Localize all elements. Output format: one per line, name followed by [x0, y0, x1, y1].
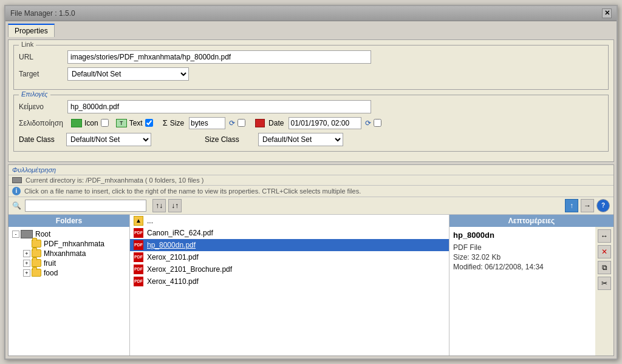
- size-group: Σ Size ⟳: [163, 117, 245, 129]
- details-modified: Modified: 06/12/2008, 14:34: [453, 263, 592, 271]
- icon-image: [71, 119, 82, 127]
- details-area: hp_8000dn PDF File Size: 32.02 Kb Modifi…: [449, 227, 595, 356]
- sort-az-button[interactable]: ↑↓: [152, 199, 166, 212]
- list-item-up[interactable]: ▲ ...: [130, 215, 449, 227]
- date-class-row: Date Class Default/Not Set Size Class De…: [19, 133, 603, 146]
- icon-checkbox[interactable]: [101, 119, 109, 127]
- target-select[interactable]: Default/Not Set _blank _self: [67, 67, 189, 81]
- size-label: Size: [170, 119, 184, 127]
- file-list-panel: ▲ ... PDF Canon_iRC_624.pdf PDF hp_8000d…: [130, 215, 449, 356]
- upload-button[interactable]: ↑: [565, 199, 578, 212]
- window-title: File Manager : 1.5.0: [10, 9, 75, 18]
- pdf-icon-canon: PDF: [134, 228, 143, 238]
- size-checkbox[interactable]: [238, 119, 245, 127]
- current-dir-text: Current directory is: /PDF_mhxanhmata ( …: [26, 177, 203, 184]
- upload-icon: ↑: [570, 201, 573, 210]
- info-bar: Current directory is: /PDF_mhxanhmata ( …: [9, 175, 613, 186]
- drive-icon: [12, 177, 22, 183]
- help-button[interactable]: ?: [596, 199, 610, 212]
- navigate-button[interactable]: →: [581, 199, 594, 212]
- list-item-xerox2101[interactable]: PDF Xerox_2101.pdf: [130, 251, 449, 263]
- sort-za-button[interactable]: ↓↑: [168, 199, 182, 212]
- tree-item-food[interactable]: + food: [11, 268, 127, 278]
- url-label: URL: [19, 53, 67, 61]
- date-class-label: Date Class: [19, 135, 61, 144]
- text-checkbox-group: T Text: [116, 119, 153, 127]
- pdf-icon-xerox4110: PDF: [134, 277, 143, 286]
- browser-legend: Φυλλομέτρηση: [9, 165, 613, 175]
- details-copy-button[interactable]: ⧉: [598, 261, 611, 274]
- details-delete-button[interactable]: ✕: [598, 245, 611, 258]
- tab-properties[interactable]: Properties: [8, 24, 55, 37]
- size-class-select[interactable]: Default/Not Set: [258, 133, 343, 146]
- list-item-hp[interactable]: PDF hp_8000dn.pdf: [130, 239, 449, 251]
- properties-panel: Link URL Target Default/Not Set _blank _…: [8, 39, 614, 162]
- sigma-icon: Σ: [163, 118, 168, 127]
- folder-panel: Folders - Root PDF_mhxanhmata: [9, 215, 130, 356]
- tree-area: - Root PDF_mhxanhmata + Mhxanh: [9, 227, 129, 356]
- details-panel: Λεπτομέρειες hp_8000dn PDF File Size: 32…: [449, 215, 613, 356]
- list-item-xerox4110[interactable]: PDF Xerox_4110.pdf: [130, 275, 449, 288]
- target-row: Target Default/Not Set _blank _self: [19, 67, 603, 81]
- pdf-icon-xerox2101b: PDF: [134, 265, 143, 274]
- tree-toggle-food[interactable]: +: [23, 269, 30, 277]
- tree-toggle-mhx[interactable]: +: [23, 250, 30, 257]
- folder-icon-fruit: [32, 259, 41, 267]
- details-filename: hp_8000dn: [453, 231, 592, 240]
- folder-icon-mhx: [32, 249, 41, 257]
- search-input[interactable]: [25, 200, 146, 212]
- tree-item-fruit[interactable]: + fruit: [11, 258, 127, 268]
- file-name-xerox4110: Xerox_4110.pdf: [147, 277, 199, 286]
- link-group: Link URL Target Default/Not Set _blank _…: [13, 45, 609, 90]
- window-body: Properties Link URL Target Default/Not S…: [5, 21, 617, 359]
- tree-item-root[interactable]: - Root: [11, 229, 127, 239]
- tree-label-root: Root: [35, 230, 50, 238]
- folders-header: Folders: [9, 215, 129, 227]
- file-name-xerox2101b: Xerox_2101_Brochure.pdf: [147, 265, 232, 274]
- size-refresh-icon[interactable]: ⟳: [229, 119, 235, 127]
- date-refresh-icon[interactable]: ⟳: [365, 119, 371, 127]
- tree-item-pdf[interactable]: PDF_mhxanhmata: [11, 239, 127, 249]
- tip-bar: i Click on a file name to insert, click …: [9, 186, 613, 197]
- text-input[interactable]: [67, 100, 371, 113]
- folder-icon-pdf: [32, 240, 41, 248]
- tree-toggle-root[interactable]: -: [12, 231, 19, 238]
- tree-label-fruit: fruit: [44, 259, 56, 268]
- info-icon: i: [12, 187, 21, 195]
- tree-toggle-fruit[interactable]: +: [23, 260, 30, 267]
- tab-bar: Properties: [8, 24, 614, 37]
- details-header: Λεπτομέρειες: [449, 215, 613, 227]
- tree-item-mhx[interactable]: + Mhxanhmata: [11, 249, 127, 258]
- size-input[interactable]: [189, 117, 225, 129]
- target-label: Target: [19, 70, 67, 78]
- date-checkbox[interactable]: [374, 119, 381, 127]
- text-icon: T: [116, 119, 127, 127]
- tree-label-mhx: Mhxanhmata: [44, 249, 86, 258]
- details-resize-button[interactable]: ↔: [598, 229, 611, 243]
- pdf-icon-xerox2101: PDF: [134, 252, 143, 262]
- options-legend: Επιλογές: [19, 90, 50, 98]
- url-row: URL: [19, 50, 603, 64]
- list-item-canon[interactable]: PDF Canon_iRC_624.pdf: [130, 227, 449, 239]
- size-class-label: Size Class: [205, 135, 253, 144]
- file-name-canon: Canon_iRC_624.pdf: [147, 229, 213, 237]
- pagination-row: Σελιδοποίηση Icon T Text: [19, 117, 603, 129]
- file-list-area: ▲ ... PDF Canon_iRC_624.pdf PDF hp_8000d…: [130, 215, 449, 356]
- url-input[interactable]: [67, 50, 371, 64]
- details-type: PDF File: [453, 243, 592, 252]
- list-item-xerox2101b[interactable]: PDF Xerox_2101_Brochure.pdf: [130, 263, 449, 275]
- icon-label: Icon: [84, 119, 98, 127]
- drive-icon-root: [21, 230, 33, 238]
- toolbar-bar: 🔍 ↑↓ ↓↑ ↑ → ?: [9, 197, 613, 215]
- close-button[interactable]: ✕: [602, 8, 612, 18]
- date-label: Date: [268, 119, 284, 127]
- folder-up-icon: ▲: [134, 216, 143, 226]
- pdf-icon-hp: PDF: [134, 240, 143, 250]
- text-checkbox[interactable]: [145, 119, 153, 127]
- date-input[interactable]: [289, 117, 361, 129]
- icon-checkbox-group: Icon: [71, 119, 109, 127]
- text-btn-label: Text: [129, 119, 143, 127]
- options-group: Επιλογές Κείμενο Σελιδοποίηση Icon: [13, 95, 609, 152]
- details-cut-button[interactable]: ✂: [598, 277, 611, 290]
- date-class-select[interactable]: Default/Not Set: [66, 133, 151, 146]
